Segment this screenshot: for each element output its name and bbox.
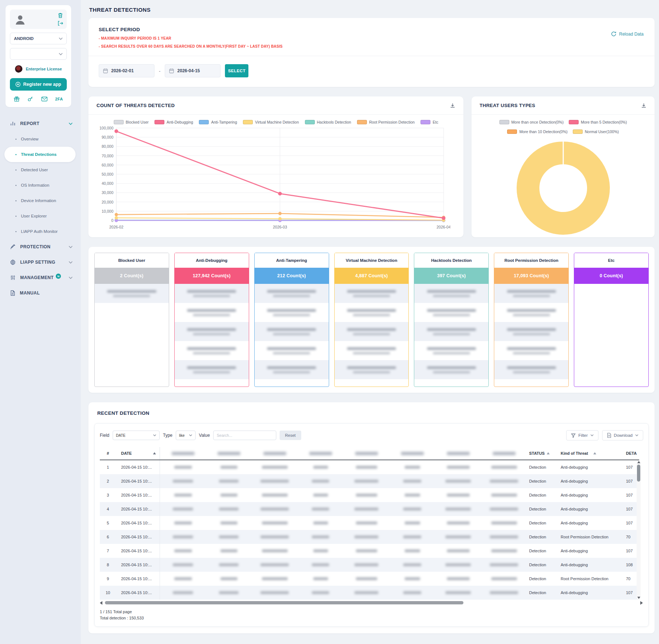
legend-item[interactable]: More than 5 Detection(0%) — [569, 120, 627, 124]
menu-manual[interactable]: MANUAL — [0, 285, 81, 301]
sidebar-item-liapp-auth-monitor[interactable]: LIAPP Auth Monitor — [0, 224, 81, 239]
column-header-date[interactable]: DATE — [116, 447, 160, 460]
table-row[interactable]: 72026-04-15 10:...DetectionAnti-debuggin… — [100, 544, 639, 558]
cell-blurred — [389, 549, 435, 552]
sort-icon[interactable] — [547, 452, 550, 454]
legend-item[interactable]: More than 10 Detection(0%) — [507, 129, 567, 134]
sidebar-item-device-information[interactable]: Device Information — [0, 193, 81, 208]
blurred-text — [445, 591, 471, 594]
logout-icon[interactable] — [57, 21, 63, 26]
legend-item[interactable]: Normal User(100%) — [573, 129, 619, 134]
table-row[interactable]: 52026-04-15 10:...DetectionAnti-debuggin… — [100, 516, 639, 530]
cell-blurred — [435, 494, 481, 497]
column-header-kind[interactable]: Kind of Threat — [561, 451, 626, 455]
legend-item[interactable]: Anti-Debugging — [154, 120, 193, 124]
legend-item[interactable]: More than once Detection(0%) — [499, 120, 564, 124]
cell-kind: Anti-debugging — [561, 590, 626, 595]
sidebar-item-user-explorer[interactable]: User Explorer — [0, 208, 81, 224]
count-card-list — [414, 284, 488, 387]
sidebar-item-label: Threat Detections — [21, 152, 57, 157]
blurred-text — [267, 309, 316, 312]
scroll-right-arrow[interactable] — [640, 601, 643, 605]
scroll-down-arrow[interactable] — [637, 597, 640, 599]
platform-select[interactable]: ANDROID — [10, 33, 67, 44]
table-row[interactable]: 12026-04-15 10:...DetectionAnti-debuggin… — [100, 460, 639, 474]
scroll-left-arrow[interactable] — [100, 601, 102, 605]
column-header-status[interactable]: STATUS — [527, 451, 561, 455]
cell-date: 2026-04-15 10:... — [116, 488, 160, 502]
cell-blurred — [298, 494, 343, 497]
reset-button[interactable]: Reset — [280, 431, 301, 440]
date-from-input[interactable]: 2026-02-01 — [99, 64, 154, 77]
page-title: THREAT DETECTIONS — [88, 7, 655, 13]
menu-report[interactable]: REPORT — [0, 116, 81, 131]
menu-management[interactable]: MANAGEMENTN — [0, 270, 81, 285]
sort-icon[interactable] — [593, 452, 596, 454]
table-row[interactable]: 92026-04-15 10:...DetectionRoot Permissi… — [100, 572, 639, 586]
count-card-title: Root Permission Detection — [494, 253, 568, 268]
cell-blurred — [252, 549, 298, 552]
legend-label: Virtual Machine Detection — [255, 120, 299, 124]
blurred-text — [354, 535, 378, 538]
column-header-num[interactable]: # — [100, 451, 116, 455]
detections-table: #DATESTATUSKind of ThreatDETA 12026-04-1… — [100, 447, 639, 600]
app-select[interactable] — [10, 48, 67, 60]
select-button[interactable]: SELECT — [225, 64, 248, 77]
horizontal-scrollbar[interactable] — [100, 601, 643, 605]
table-row[interactable]: 82026-04-15 10:...DetectionAnti-debuggin… — [100, 558, 639, 572]
scroll-up-arrow[interactable] — [637, 461, 640, 463]
cell-blurred — [298, 549, 343, 552]
key-icon[interactable] — [27, 96, 33, 102]
type-select[interactable]: like — [176, 431, 196, 440]
legend-item[interactable]: Virtual Machine Detection — [243, 120, 299, 124]
legend-item[interactable]: Hacktools Detection — [305, 120, 351, 124]
menu-liapp-setting[interactable]: LIAPP SETTING — [0, 255, 81, 270]
blurred-text — [353, 295, 390, 297]
sort-asc-icon[interactable] — [153, 452, 156, 454]
blurred-text — [262, 577, 288, 580]
blurred-entry — [175, 360, 249, 379]
sidebar-item-detected-user[interactable]: Detected User — [0, 162, 81, 178]
date-to-input[interactable]: 2026-04-15 — [165, 64, 221, 77]
sidebar-item-threat-detections[interactable]: Threat Detections — [4, 147, 76, 162]
mail-icon[interactable] — [41, 96, 48, 102]
trash-icon[interactable] — [58, 12, 63, 18]
legend-item[interactable]: Etc — [420, 120, 438, 124]
cell-date: 2026-04-15 10:... — [116, 502, 160, 516]
column-header-detail[interactable]: DETA — [626, 451, 639, 455]
table-row[interactable]: 102026-04-15 10:...DetectionAnti-debuggi… — [100, 586, 639, 600]
download-button[interactable]: Download — [602, 430, 643, 440]
cell-blurred — [252, 522, 298, 524]
legend-item[interactable]: Blocked User — [114, 120, 149, 124]
horizontal-scroll-thumb[interactable] — [105, 601, 463, 604]
table-row[interactable]: 32026-04-15 10:...DetectionAnti-debuggin… — [100, 488, 639, 502]
blurred-text — [313, 577, 328, 580]
download-icon[interactable] — [641, 103, 647, 108]
filter-button[interactable]: Filter — [566, 430, 598, 440]
reload-data-button[interactable]: Reload Data — [611, 31, 644, 37]
chevron-down-icon — [635, 434, 638, 436]
vertical-scrollbar[interactable] — [637, 460, 641, 600]
download-icon[interactable] — [450, 103, 455, 108]
gift-icon[interactable] — [14, 96, 20, 102]
search-input[interactable] — [213, 431, 276, 440]
table-row[interactable]: 22026-04-15 10:...DetectionAnti-debuggin… — [100, 474, 639, 488]
cell-date: 2026-04-15 10:... — [116, 586, 160, 600]
sidebar-item-overview[interactable]: Overview — [0, 131, 81, 147]
table-row[interactable]: 42026-04-15 10:...DetectionAnti-debuggin… — [100, 502, 639, 516]
blurred-text — [401, 452, 424, 455]
blurred-text — [267, 290, 316, 293]
vertical-scroll-thumb[interactable] — [637, 465, 640, 482]
legend-item[interactable]: Anti-Tampering — [199, 120, 237, 124]
blurred-text — [491, 577, 517, 580]
twofa-button[interactable]: 2FA — [55, 97, 63, 101]
cell-num: 8 — [100, 563, 116, 567]
register-new-app-button[interactable]: Register new app — [10, 78, 67, 91]
table-row[interactable]: 62026-04-15 10:...DetectionRoot Permissi… — [100, 530, 639, 544]
menu-protection[interactable]: PROTECTION — [0, 239, 81, 255]
field-select[interactable]: DATE — [113, 431, 160, 440]
document-icon — [10, 290, 15, 296]
sidebar-item-os-information[interactable]: OS Information — [0, 178, 81, 193]
blurred-text — [263, 452, 286, 455]
legend-item[interactable]: Root Permission Detection — [357, 120, 415, 124]
